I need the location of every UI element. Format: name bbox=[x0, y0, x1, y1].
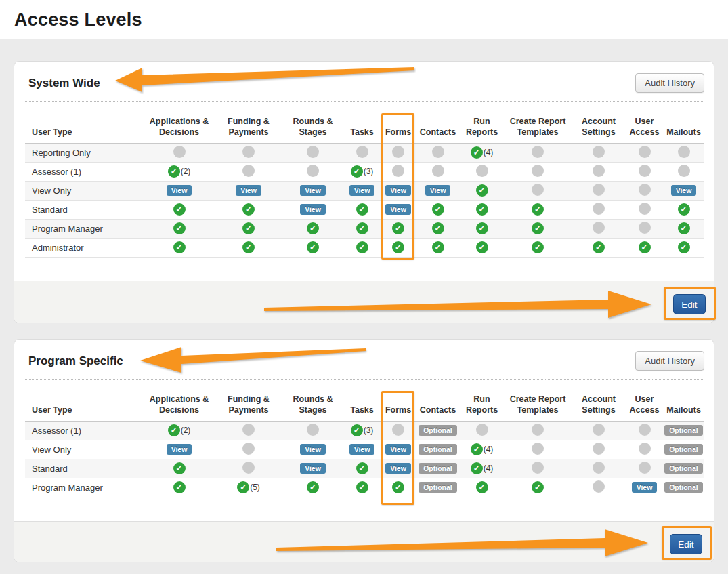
no-access-icon bbox=[307, 146, 319, 158]
permission-cell bbox=[343, 143, 381, 162]
program-specific-table: User TypeApplications & DecisionsFunding… bbox=[25, 390, 704, 497]
granted-check-icon: ✓ bbox=[242, 222, 255, 234]
permission-cell: Optional bbox=[663, 421, 704, 440]
permission-cell: ✓(4) bbox=[460, 440, 504, 459]
permission-cell: ✓ bbox=[381, 238, 416, 257]
granted-check-icon: ✓ bbox=[639, 241, 651, 253]
optional-badge: Optional bbox=[419, 444, 457, 455]
table-row: Standard✓View✓ViewOptional✓(4)Optional bbox=[25, 459, 704, 478]
granted-check-icon: ✓ bbox=[356, 481, 368, 493]
table-row: Administrator✓✓✓✓✓✓✓✓✓✓✓ bbox=[25, 238, 704, 257]
granted-check-icon: ✓ bbox=[471, 443, 483, 455]
granted-check-icon: ✓ bbox=[351, 165, 363, 178]
granted-check-icon: ✓ bbox=[307, 481, 319, 493]
section-title-program-specific: Program Specific bbox=[28, 354, 123, 368]
no-access-icon bbox=[639, 443, 651, 455]
view-badge: View bbox=[300, 204, 326, 216]
granted-check-icon: ✓ bbox=[476, 203, 488, 216]
permission-cell bbox=[282, 143, 343, 162]
granted-check-icon: ✓ bbox=[356, 222, 368, 234]
permission-cell bbox=[626, 181, 663, 200]
view-badge: View bbox=[632, 482, 658, 493]
program-specific-panel: Program Specific Audit History User Type… bbox=[14, 339, 714, 562]
permission-cell bbox=[504, 459, 572, 478]
column-header: Forms bbox=[381, 390, 416, 421]
no-access-icon bbox=[639, 165, 651, 177]
granted-check-icon: ✓ bbox=[351, 424, 363, 436]
granted-check-icon: ✓ bbox=[392, 481, 404, 493]
no-access-icon bbox=[356, 146, 368, 158]
no-access-icon bbox=[476, 424, 488, 436]
column-header: Contacts bbox=[416, 112, 460, 143]
no-access-icon bbox=[532, 184, 544, 196]
permission-cell bbox=[572, 478, 626, 497]
count-suffix: (2) bbox=[181, 426, 191, 435]
permission-cell: View bbox=[626, 478, 663, 497]
no-access-icon bbox=[593, 443, 605, 455]
permission-cell: View bbox=[663, 181, 704, 200]
permission-cell bbox=[504, 143, 572, 162]
granted-check-icon: ✓ bbox=[356, 462, 368, 474]
permission-cell bbox=[626, 219, 663, 238]
edit-button[interactable]: Edit bbox=[673, 294, 706, 314]
permission-cell bbox=[416, 162, 460, 181]
permission-cell: ✓ bbox=[144, 459, 215, 478]
count-suffix: (4) bbox=[484, 445, 494, 454]
page-title: Access Levels bbox=[0, 0, 728, 30]
view-badge: View bbox=[385, 185, 411, 197]
edit-button[interactable]: Edit bbox=[670, 534, 702, 554]
no-access-icon bbox=[242, 424, 255, 436]
granted-check-icon: ✓ bbox=[432, 241, 444, 253]
granted-check-icon: ✓ bbox=[356, 203, 368, 216]
permission-cell: ✓ bbox=[144, 219, 215, 238]
permission-cell bbox=[626, 459, 663, 478]
user-type-cell: Program Manager bbox=[25, 478, 144, 497]
audit-history-button[interactable]: Audit History bbox=[635, 73, 704, 93]
granted-check-icon: ✓ bbox=[173, 241, 186, 253]
no-access-icon bbox=[593, 424, 605, 436]
granted-check-icon: ✓ bbox=[476, 241, 488, 253]
no-access-icon bbox=[307, 424, 319, 436]
no-access-icon bbox=[593, 203, 605, 215]
no-access-icon bbox=[242, 165, 255, 177]
granted-check-icon: ✓ bbox=[678, 203, 690, 216]
permission-cell: View bbox=[282, 440, 343, 459]
granted-check-icon: ✓ bbox=[392, 241, 404, 253]
permission-cell bbox=[381, 421, 416, 440]
granted-check-icon: ✓ bbox=[432, 222, 444, 234]
column-header: Mailouts bbox=[663, 390, 704, 421]
permission-cell: ✓ bbox=[663, 238, 704, 257]
granted-check-icon: ✓ bbox=[242, 241, 255, 253]
access-levels-page: Access Levels System Wide Audit History … bbox=[0, 0, 728, 574]
user-type-cell: Standard bbox=[25, 200, 144, 219]
table-row: View OnlyViewViewViewViewViewView✓View bbox=[25, 181, 704, 200]
view-badge: View bbox=[385, 463, 411, 474]
granted-check-icon: ✓ bbox=[168, 165, 180, 178]
granted-check-icon: ✓ bbox=[532, 222, 544, 234]
permission-cell bbox=[626, 143, 663, 162]
column-header: Rounds & Stages bbox=[282, 390, 343, 421]
no-access-icon bbox=[678, 165, 690, 177]
table-row: View OnlyViewViewViewViewOptional✓(4)Opt… bbox=[25, 440, 704, 459]
granted-check-icon: ✓ bbox=[173, 462, 186, 474]
column-header: Tasks bbox=[343, 112, 381, 143]
no-access-icon bbox=[593, 184, 605, 196]
optional-badge: Optional bbox=[664, 444, 703, 455]
view-badge: View bbox=[349, 185, 375, 197]
permission-cell: View bbox=[144, 440, 215, 459]
view-badge: View bbox=[385, 444, 411, 455]
permission-cell: Optional bbox=[663, 440, 704, 459]
permission-cell bbox=[572, 219, 626, 238]
granted-check-icon: ✓ bbox=[173, 222, 186, 234]
permission-cell: ✓ bbox=[663, 219, 704, 238]
permission-cell: ✓ bbox=[460, 200, 504, 219]
page-header: Access Levels bbox=[0, 0, 728, 39]
column-header: User Access bbox=[626, 112, 663, 143]
audit-history-button[interactable]: Audit History bbox=[635, 351, 704, 371]
permission-cell: ✓ bbox=[663, 200, 704, 219]
permission-cell bbox=[572, 440, 626, 459]
permission-cell: ✓ bbox=[343, 459, 381, 478]
permission-cell bbox=[572, 200, 626, 219]
no-access-icon bbox=[532, 462, 544, 474]
granted-check-icon: ✓ bbox=[476, 481, 488, 493]
